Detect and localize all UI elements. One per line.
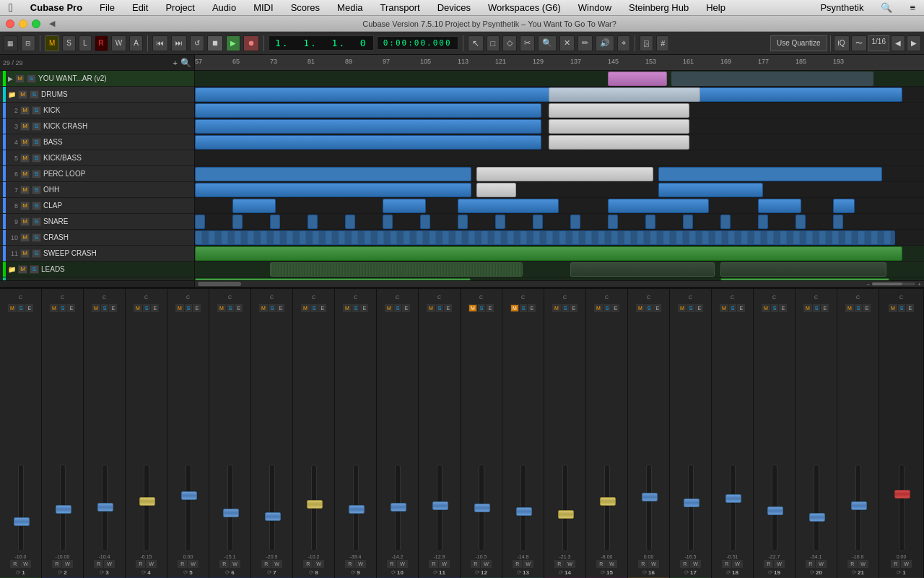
ch2-fader-handle[interactable] xyxy=(56,505,71,514)
ch10-edit[interactable]: E xyxy=(402,304,410,312)
pencil-tool[interactable]: ✏ xyxy=(578,35,593,51)
ch5-fader-handle[interactable] xyxy=(181,491,197,500)
record-button[interactable]: ⏺ xyxy=(243,35,259,51)
ch8-edit[interactable]: E xyxy=(318,304,326,312)
clap-clip-3[interactable] xyxy=(458,199,559,213)
add-track-button[interactable]: + xyxy=(173,59,178,67)
stereo-edit[interactable]: E xyxy=(906,304,914,312)
ohh-clip-2[interactable] xyxy=(476,183,516,197)
ch19-write[interactable]: W xyxy=(774,560,785,568)
ch1-solo[interactable]: S xyxy=(17,304,25,312)
zoom-in-icon[interactable]: + xyxy=(918,281,921,288)
speaker-tool[interactable]: 🔊 xyxy=(596,35,614,51)
ch10-read[interactable]: R xyxy=(387,560,396,568)
ohh-clip-1[interactable] xyxy=(195,183,471,197)
kickcrash-mute-button[interactable]: M xyxy=(20,122,30,131)
kickbass-mute-button[interactable]: M xyxy=(20,154,30,163)
s-button[interactable]: S xyxy=(62,35,76,51)
back-arrow-icon[interactable]: ◀ xyxy=(49,19,55,28)
ch4-write[interactable]: W xyxy=(146,560,157,568)
sweep-crash-clip-main[interactable] xyxy=(195,230,895,245)
ch7-fader-handle[interactable] xyxy=(265,512,281,521)
ch4-edit[interactable]: E xyxy=(151,304,159,312)
steinberg-hub-menu[interactable]: Steinberg Hub xyxy=(626,1,692,14)
ch20-edit[interactable]: E xyxy=(821,304,829,312)
ch21-solo[interactable]: S xyxy=(855,304,863,312)
ch11-fader-handle[interactable] xyxy=(432,501,448,510)
ch14-fader-handle[interactable] xyxy=(558,510,574,519)
drums-solo-button[interactable]: S xyxy=(30,90,39,99)
sweepcrash-solo-button[interactable]: S xyxy=(32,249,41,258)
wave-icon[interactable]: 〜 xyxy=(851,35,867,51)
midi-menu[interactable]: MIDI xyxy=(250,1,276,14)
ch8-fader-handle[interactable] xyxy=(307,500,323,509)
bass-clip-2[interactable] xyxy=(549,135,689,150)
ch7-write[interactable]: W xyxy=(271,560,282,568)
ch18-read[interactable]: R xyxy=(722,560,731,568)
ohh-mute-button[interactable]: M xyxy=(20,186,30,194)
search-icon[interactable]: 🔍 xyxy=(878,1,895,14)
kick-clip-1[interactable] xyxy=(195,103,541,118)
ch21-edit[interactable]: E xyxy=(863,304,871,312)
ch2-mute[interactable]: M xyxy=(50,304,58,312)
zoom-tool[interactable]: 🔍 xyxy=(538,35,557,51)
search-tracks-button[interactable]: 🔍 xyxy=(180,58,191,68)
crash-mute-button[interactable]: M xyxy=(20,233,30,242)
ch18-mute[interactable]: M xyxy=(720,304,728,312)
ch14-write[interactable]: W xyxy=(565,560,575,568)
kick-clip-2[interactable] xyxy=(549,103,689,118)
ch14-edit[interactable]: E xyxy=(570,304,578,312)
percloop-mute-button[interactable]: M xyxy=(20,170,30,178)
ch5-solo[interactable]: S xyxy=(185,304,193,312)
ohh-clip-3[interactable] xyxy=(658,183,763,197)
ch4-solo[interactable]: S xyxy=(143,304,151,312)
ch6-edit[interactable]: E xyxy=(235,304,243,312)
ch10-solo[interactable]: S xyxy=(394,304,402,312)
ch7-read[interactable]: R xyxy=(261,560,271,568)
quantize-prev[interactable]: ◀ xyxy=(891,35,905,51)
ch19-fader-handle[interactable] xyxy=(767,506,783,515)
bass-clip-1[interactable] xyxy=(195,135,541,150)
apple-menu[interactable]:  xyxy=(6,0,16,16)
loop-button[interactable]: ↺ xyxy=(190,35,204,51)
ch7-mute[interactable]: M xyxy=(259,304,268,312)
close-button[interactable] xyxy=(6,20,14,28)
ch16-mute[interactable]: M xyxy=(636,304,645,312)
audio-menu[interactable]: Audio xyxy=(209,1,239,14)
ch14-read[interactable]: R xyxy=(554,560,564,568)
snare-clip-5[interactable] xyxy=(345,215,355,229)
maximize-button[interactable] xyxy=(32,20,40,28)
snare-clip-15[interactable] xyxy=(720,215,731,229)
window-menu[interactable]: Window xyxy=(575,1,614,14)
snare-clip-7[interactable] xyxy=(420,215,430,229)
hoover-clip-2[interactable] xyxy=(570,262,715,277)
snare-clip-4[interactable] xyxy=(308,215,318,229)
ch10-write[interactable]: W xyxy=(397,560,408,568)
l-button[interactable]: L xyxy=(79,35,92,51)
ch19-edit[interactable]: E xyxy=(779,304,787,312)
ch2-solo[interactable]: S xyxy=(59,304,67,312)
devices-menu[interactable]: Devices xyxy=(435,1,474,14)
ch1-edit[interactable]: E xyxy=(25,304,33,312)
ch15-fader-handle[interactable] xyxy=(600,497,616,506)
quantize-dropdown[interactable]: Use Quantize xyxy=(770,35,827,51)
snare-clip-14[interactable] xyxy=(683,215,693,229)
master-solo-button[interactable]: S xyxy=(27,74,36,83)
ch3-solo[interactable]: S xyxy=(101,304,109,312)
zoom-slider[interactable] xyxy=(872,282,915,285)
ch17-fader-handle[interactable] xyxy=(684,499,699,507)
ch3-read[interactable]: R xyxy=(94,560,103,568)
ch20-read[interactable]: R xyxy=(806,560,815,568)
ch11-write[interactable]: W xyxy=(439,560,450,568)
zoom-out-icon[interactable]: − xyxy=(867,281,871,288)
ch21-fader-handle[interactable] xyxy=(851,501,867,510)
clap-clip-2[interactable] xyxy=(383,199,426,213)
ch4-fader-handle[interactable] xyxy=(139,497,155,506)
leads-mute-button[interactable]: M xyxy=(18,265,27,274)
ch9-write[interactable]: W xyxy=(355,560,366,568)
ch6-write[interactable]: W xyxy=(230,560,240,568)
ch13-solo[interactable]: S xyxy=(520,304,528,312)
quantize-value-select[interactable]: 1/16 xyxy=(868,35,889,51)
clap-clip-1[interactable] xyxy=(232,199,276,213)
stereo-read[interactable]: R xyxy=(891,560,900,568)
